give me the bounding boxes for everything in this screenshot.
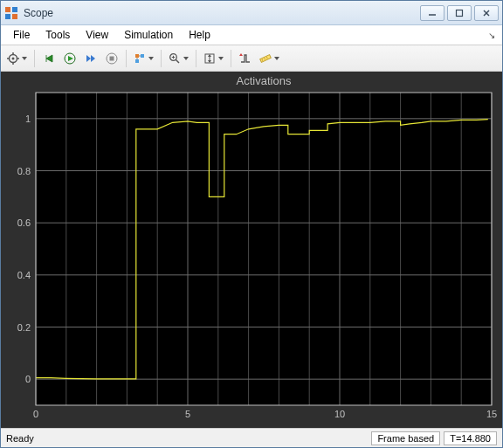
svg-text:0.4: 0.4 [17, 270, 31, 280]
svg-text:0: 0 [25, 374, 31, 384]
svg-marker-15 [68, 56, 73, 61]
svg-text:0.2: 0.2 [17, 322, 31, 333]
svg-text:0.8: 0.8 [17, 166, 31, 176]
svg-text:5: 5 [185, 409, 190, 419]
autoscale-button[interactable] [201, 49, 226, 68]
toolbar-separator [34, 50, 35, 67]
svg-rect-34 [260, 54, 272, 62]
highlight-button[interactable] [131, 49, 156, 68]
svg-rect-0 [5, 7, 10, 12]
window-controls [420, 5, 499, 21]
config-button[interactable] [4, 49, 30, 68]
svg-marker-17 [91, 55, 95, 62]
toolbar-separator [231, 50, 231, 67]
toolbar-separator [196, 50, 196, 67]
run-button[interactable] [60, 49, 79, 68]
svg-rect-20 [135, 54, 139, 58]
svg-line-26 [176, 59, 180, 63]
svg-text:15: 15 [486, 409, 497, 419]
svg-marker-16 [86, 55, 91, 62]
svg-rect-19 [110, 56, 114, 60]
menu-tools[interactable]: Tools [38, 27, 77, 43]
svg-rect-38 [36, 93, 492, 405]
svg-text:10: 10 [334, 409, 345, 419]
svg-rect-21 [141, 54, 144, 58]
close-button[interactable] [474, 5, 499, 21]
menu-corner-icon[interactable]: ↘ [488, 31, 497, 40]
svg-rect-1 [12, 7, 17, 12]
menu-file[interactable]: File [6, 27, 37, 43]
svg-rect-2 [5, 14, 10, 19]
svg-point-9 [12, 57, 15, 59]
stop-button[interactable] [102, 49, 121, 68]
scope-window: Scope File Tools View Simulation Help ↘ [0, 0, 503, 448]
toolbar [1, 45, 502, 72]
svg-text:1: 1 [25, 114, 31, 124]
plot-area[interactable]: Activations05101500.20.40.60.81 [1, 72, 502, 428]
app-icon [4, 6, 18, 20]
restart-button[interactable] [39, 49, 59, 68]
svg-rect-5 [457, 10, 463, 16]
svg-text:0: 0 [33, 409, 38, 419]
window-title: Scope [24, 7, 420, 19]
svg-text:0.6: 0.6 [17, 217, 31, 228]
maximize-button[interactable] [447, 5, 472, 21]
measurements-button[interactable] [257, 49, 282, 68]
toolbar-separator [126, 50, 127, 67]
svg-rect-22 [135, 59, 139, 63]
triggers-button[interactable] [236, 49, 255, 68]
svg-rect-3 [12, 14, 17, 19]
step-forward-button[interactable] [81, 49, 100, 68]
zoom-button[interactable] [166, 49, 191, 68]
menu-help[interactable]: Help [182, 27, 217, 43]
status-time: T=14.880 [444, 431, 497, 445]
menubar: File Tools View Simulation Help ↘ [1, 25, 502, 45]
status-mode: Frame based [371, 431, 440, 445]
svg-text:Activations: Activations [237, 74, 292, 87]
statusbar: Ready Frame based T=14.880 [1, 428, 502, 447]
scope-plot: Activations05101500.20.40.60.81 [1, 72, 502, 428]
menu-simulation[interactable]: Simulation [117, 27, 180, 43]
status-text: Ready [6, 433, 368, 444]
minimize-button[interactable] [420, 5, 444, 21]
titlebar: Scope [1, 1, 502, 25]
svg-marker-33 [239, 53, 243, 56]
toolbar-separator [161, 50, 162, 67]
menu-view[interactable]: View [79, 27, 115, 43]
